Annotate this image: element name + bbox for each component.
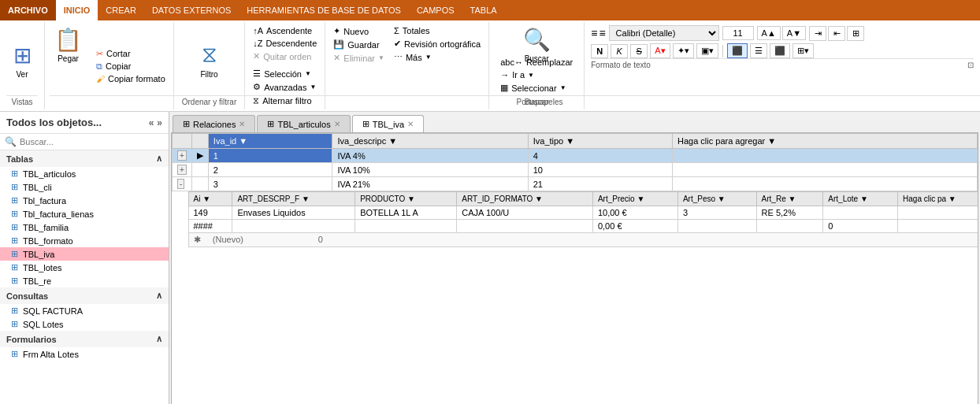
iva-id-cell[interactable]: 3 — [208, 177, 332, 191]
iva-tipo-cell[interactable]: 4 — [528, 149, 672, 163]
filtro-button[interactable]: ⧖ Filtro — [194, 25, 225, 95]
more-format-button[interactable]: ⊞ — [847, 26, 864, 41]
tab-tbl-articulos[interactable]: ⊞ TBL_articulos ✕ — [257, 115, 350, 132]
sub-col-lote[interactable]: Art_Lote ▼ — [823, 192, 898, 206]
iva-tipo-cell[interactable]: 10 — [528, 163, 672, 177]
tab-relaciones[interactable]: ⊞ Relaciones ✕ — [173, 115, 255, 132]
reemplazar-button[interactable]: abc↔ Reemplazar — [497, 57, 576, 68]
sub-peso[interactable]: 3 — [677, 206, 756, 220]
menu-tabla[interactable]: TABLA — [462, 0, 505, 20]
section-tablas[interactable]: Tablas ∧ — [0, 150, 169, 167]
sub-descrp[interactable]: Envases Liquidos — [232, 206, 355, 220]
relaciones-close-icon[interactable]: ✕ — [239, 120, 245, 128]
menu-archivo[interactable]: ARCHIVO — [0, 0, 56, 20]
ascendente-button[interactable]: ↑A Ascendente — [250, 25, 320, 36]
sub-col-descrp[interactable]: ART_DESCRP_F ▼ — [232, 192, 355, 206]
sidebar-item-sql-lotes[interactable]: ⊞ SQL Lotes — [0, 317, 169, 331]
eliminar-button[interactable]: ✕ Eliminar ▼ — [330, 52, 388, 64]
col-iva-id[interactable]: Iva_id ▼ — [208, 134, 332, 149]
sidebar-item-tbl-formato[interactable]: ⊞ TBL_formato — [0, 234, 169, 247]
iva-id-cell[interactable] — [208, 149, 332, 163]
outdent-button[interactable]: ⇤ — [828, 26, 845, 41]
totales-button[interactable]: Σ Totales — [391, 25, 484, 36]
sidebar-item-tbl-iva[interactable]: ⊞ TBL_iva — [0, 247, 169, 261]
iva-id-cell[interactable]: 2 — [208, 163, 332, 177]
sidebar-item-tbl-cli[interactable]: ⊞ TBL_cli — [0, 180, 169, 194]
tab-tbl-iva[interactable]: ⊞ TBL_iva ✕ — [352, 115, 424, 132]
seleccionar-button[interactable]: ▦ Seleccionar ▼ — [497, 82, 576, 94]
font-increase-button[interactable]: A▲ — [757, 26, 781, 40]
sub-col-ai[interactable]: Ai ▼ — [188, 192, 232, 206]
font-size-input[interactable] — [722, 26, 754, 40]
sidebar-menu-icon[interactable]: « — [149, 117, 154, 128]
sub-lote[interactable] — [823, 206, 898, 220]
iva-descripc-cell[interactable]: IVA 10% — [332, 163, 528, 177]
menu-campos[interactable]: CAMPOS — [409, 0, 462, 20]
font-select[interactable]: Calibri (Detalle) — [609, 25, 719, 41]
font-color-button[interactable]: A▾ — [650, 43, 670, 58]
expand-btn-1[interactable]: + — [177, 150, 187, 161]
formato-expand-icon[interactable]: ⊡ — [967, 61, 974, 69]
col-haga-clic[interactable]: Haga clic para agregar ▼ — [672, 134, 977, 149]
sub-ai[interactable]: 149 — [188, 206, 232, 220]
avanzadas-button[interactable]: ⚙ Avanzadas ▼ — [250, 81, 320, 93]
mas-button[interactable]: ⋯ Más ▼ — [391, 51, 484, 63]
sidebar-item-tbl-lotes[interactable]: ⊞ TBL_lotes — [0, 261, 169, 274]
iva-id-input[interactable] — [213, 151, 237, 161]
bold-button[interactable]: N — [591, 44, 608, 58]
ir-a-button[interactable]: → Ir a ▼ — [497, 69, 576, 80]
section-consultas[interactable]: Consultas ∧ — [0, 287, 169, 304]
sub-col-re[interactable]: Art_Re ▼ — [756, 192, 823, 206]
sidebar-item-tbl-re[interactable]: ⊞ TBL_re — [0, 274, 169, 287]
sidebar-item-tbl-familia[interactable]: ⊞ TBL_familia — [0, 221, 169, 234]
quitar-orden-button[interactable]: ✕ Quitar orden — [250, 50, 320, 62]
sidebar-item-frm-alta-lotes[interactable]: ⊞ Frm Alta Lotes — [0, 347, 169, 361]
sub-formato[interactable]: CAJA 100/U — [457, 206, 593, 220]
gridlines-button[interactable]: ⊞▾ — [793, 43, 814, 58]
sub-precio[interactable]: 10,00 € — [592, 206, 677, 220]
col-iva-tipo[interactable]: Iva_tipo ▼ — [528, 134, 672, 149]
sub-col-producto[interactable]: PRODUCTO ▼ — [355, 192, 457, 206]
nuevo-button[interactable]: ✦ Nuevo — [330, 25, 388, 37]
iva-descripc-cell[interactable]: IVA 4% — [332, 149, 528, 163]
revision-button[interactable]: ✔ Revisión ortográfica — [391, 38, 484, 50]
sub-re[interactable]: RE 5,2% — [756, 206, 823, 220]
menu-inicio[interactable]: INICIO — [56, 0, 98, 20]
bg-color-button[interactable]: ▣▾ — [696, 43, 718, 58]
guardar-button[interactable]: 💾 Guardar — [330, 39, 388, 50]
pegar-button[interactable]: 📋 Pegar — [50, 25, 87, 65]
iva-descripc-cell[interactable]: IVA 21% — [332, 177, 528, 191]
sidebar-item-tbl-factura-lienas[interactable]: ⊞ Tbl_factura_lienas — [0, 207, 169, 221]
align-left-button[interactable]: ⬛ — [727, 43, 748, 58]
sidebar-collapse-icon[interactable]: » — [157, 117, 162, 128]
sidebar-item-tbl-factura[interactable]: ⊞ Tbl_factura — [0, 194, 169, 207]
highlight-button[interactable]: ✦▾ — [673, 43, 694, 58]
strikethrough-button[interactable]: S — [630, 44, 648, 58]
sub-col-peso[interactable]: Art_Peso ▼ — [677, 192, 756, 206]
copiar-formato-button[interactable]: 🖌 Copiar formato — [93, 73, 169, 84]
italic-button[interactable]: K — [611, 44, 628, 58]
ver-button[interactable]: ⊞ Ver — [6, 25, 38, 95]
sub-col-formato[interactable]: ART_ID_FORMATO ▼ — [457, 192, 593, 206]
tbl-articulos-close-icon[interactable]: ✕ — [334, 120, 340, 128]
expand-btn-3[interactable]: - — [177, 179, 184, 189]
sidebar-item-tbl-articulos[interactable]: ⊞ TBL_articulos — [0, 167, 169, 180]
iva-tipo-cell[interactable]: 21 — [528, 177, 672, 191]
align-right-button[interactable]: ⬛ — [770, 43, 790, 58]
menu-herramientas[interactable]: HERRAMIENTAS DE BASE DE DATOS — [239, 0, 409, 20]
indent-button[interactable]: ⇥ — [809, 26, 826, 41]
font-decrease-button[interactable]: A▼ — [782, 26, 806, 40]
descendente-button[interactable]: ↓Z Descendente — [250, 38, 320, 49]
section-formularios[interactable]: Formularios ∧ — [0, 331, 169, 347]
sub-col-precio[interactable]: Art_Precio ▼ — [592, 192, 677, 206]
cortar-button[interactable]: ✂ Cortar — [93, 48, 169, 60]
sidebar-item-sql-factura[interactable]: ⊞ SQL FACTURA — [0, 304, 169, 317]
menu-crear[interactable]: CREAR — [98, 0, 144, 20]
col-iva-descripc[interactable]: Iva_descripc ▼ — [332, 134, 528, 149]
seleccion-button[interactable]: ☰ Selección ▼ — [250, 68, 320, 80]
sub-col-extra[interactable]: Haga clic pa ▼ — [898, 192, 978, 206]
copiar-button[interactable]: ⧉ Copiar — [93, 61, 169, 72]
menu-datos-externos[interactable]: DATOS EXTERNOS — [144, 0, 239, 20]
search-input[interactable] — [20, 137, 164, 146]
expand-btn-2[interactable]: + — [177, 165, 187, 175]
